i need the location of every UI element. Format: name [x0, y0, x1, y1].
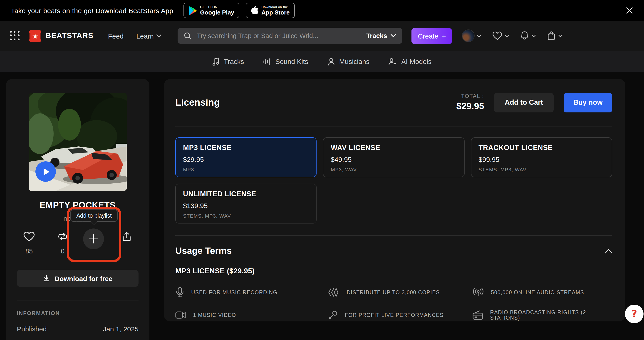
track-title: EMPTY POCKETS	[6, 200, 150, 210]
share-icon	[121, 231, 132, 242]
top-nav: Feed Learn	[108, 32, 162, 40]
license-card-mp3[interactable]: MP3 LICENSE $29.95 MP3	[175, 137, 317, 177]
license-name: WAV LICENSE	[331, 144, 457, 152]
term-item: 500,000 ONLINE AUDIO STREAMS	[472, 287, 612, 298]
app-store-line1: Download on the	[261, 5, 290, 9]
page: Take your beats on the go! Download Beat…	[0, 0, 644, 340]
licensing-title: Licensing	[175, 97, 220, 108]
heart-icon	[492, 31, 502, 40]
app-store-line2: App Store	[261, 9, 290, 15]
apple-icon	[250, 6, 258, 15]
chevron-down-icon	[477, 34, 482, 37]
licensing-panel: Licensing TOTAL : $29.95 Add to Cart Buy…	[164, 79, 626, 322]
question-mark-icon: ?	[631, 308, 637, 320]
usage-terms-title: Usage Terms	[175, 246, 232, 256]
license-formats: MP3, WAV	[331, 167, 457, 172]
chevron-down-icon	[532, 34, 536, 37]
plus-icon: +	[442, 32, 446, 40]
published-label: Published	[17, 325, 47, 333]
license-card-trackout[interactable]: TRACKOUT LICENSE $99.95 STEMS, MP3, WAV	[471, 137, 612, 177]
add-to-playlist-tooltip: Add to playlist	[70, 209, 118, 222]
download-icon	[43, 275, 50, 282]
download-for-free-button[interactable]: Download for free	[17, 270, 138, 287]
search-category-dropdown[interactable]: Tracks	[366, 32, 396, 39]
banner-message: Take your beats on the go! Download Beat…	[11, 6, 173, 14]
buy-now-button[interactable]: Buy now	[564, 93, 612, 112]
chevron-down-icon	[156, 34, 162, 37]
usage-terms-header[interactable]: Usage Terms	[175, 246, 612, 256]
plus-icon	[88, 233, 99, 244]
subnav-ai-models[interactable]: AI Models	[388, 57, 432, 65]
term-item: 1 MUSIC VIDEO	[175, 310, 324, 321]
information-label: INFORMATION	[17, 310, 60, 317]
live-mic-icon	[328, 310, 338, 320]
google-play-line1: GET IT ON	[200, 5, 234, 9]
apps-grid-icon[interactable]	[10, 31, 20, 41]
tooltip-label: Add to playlist	[76, 212, 112, 219]
download-for-free-label: Download for free	[54, 275, 112, 282]
subnav-musicians-label: Musicians	[339, 58, 370, 65]
banner-close-icon[interactable]	[625, 6, 634, 15]
add-to-cart-button[interactable]: Add to Cart	[494, 93, 554, 112]
avatar	[462, 29, 475, 42]
video-camera-icon	[175, 311, 186, 320]
person-icon	[328, 57, 335, 65]
shopping-bag-icon	[547, 31, 556, 41]
help-button[interactable]: ?	[625, 305, 644, 323]
waveform-icon	[263, 57, 271, 65]
music-note-icon	[212, 57, 220, 65]
create-button[interactable]: Create +	[412, 28, 452, 44]
search-icon	[184, 32, 192, 40]
term-label: DISTRIBUTE UP TO 3,000 COPIES	[347, 290, 440, 295]
subnav-sound-kits[interactable]: Sound Kits	[263, 57, 308, 65]
license-card-wav[interactable]: WAV LICENSE $49.95 MP3, WAV	[323, 137, 464, 177]
app-store-badge[interactable]: Download on the App Store	[246, 3, 294, 18]
subnav-tracks[interactable]: Tracks	[212, 57, 244, 65]
license-price: $49.95	[331, 156, 457, 163]
favorites-menu[interactable]	[492, 31, 509, 40]
bell-icon	[520, 31, 529, 41]
license-formats: STEMS, MP3, WAV	[183, 213, 309, 218]
published-row: Published Jan 1, 2025	[17, 325, 138, 333]
google-play-line2: Google Play	[200, 9, 234, 15]
chevron-down-icon	[391, 34, 396, 38]
licensing-header: Licensing TOTAL : $29.95 Add to Cart Buy…	[175, 79, 612, 126]
chevron-up-icon[interactable]	[605, 249, 612, 253]
subnav-musicians[interactable]: Musicians	[328, 57, 370, 65]
cart-menu[interactable]	[547, 31, 563, 41]
nav-learn[interactable]: Learn	[136, 32, 162, 40]
usage-terms-grid: USED FOR MUSIC RECORDING DISTRIBUTE UP T…	[175, 287, 612, 321]
person-sparkle-icon	[388, 57, 397, 65]
account-menu[interactable]	[462, 29, 482, 42]
nav-feed-label: Feed	[108, 32, 124, 40]
nav-learn-label: Learn	[136, 32, 154, 40]
distribute-icon	[328, 287, 340, 297]
like-action[interactable]: 85	[23, 231, 35, 255]
notifications-menu[interactable]	[520, 31, 536, 41]
like-count: 85	[26, 248, 33, 255]
divider	[175, 126, 612, 127]
term-label: USED FOR MUSIC RECORDING	[191, 290, 278, 295]
license-card-unlimited[interactable]: UNLIMITED LICENSE $139.95 STEMS, MP3, WA…	[175, 183, 317, 223]
license-name: MP3 LICENSE	[183, 144, 309, 152]
heart-icon	[23, 231, 35, 242]
license-formats: STEMS, MP3, WAV	[478, 167, 604, 172]
share-action[interactable]	[121, 231, 132, 242]
play-button[interactable]	[36, 161, 56, 182]
repost-icon	[57, 231, 68, 242]
google-play-badge[interactable]: GET IT ON Google Play	[183, 3, 239, 18]
track-actions: 85 0	[6, 228, 150, 265]
search-input[interactable]	[196, 32, 366, 40]
term-item: USED FOR MUSIC RECORDING	[175, 287, 324, 298]
chevron-down-icon	[505, 34, 509, 37]
term-label: RADIO BROADCASTING RIGHTS (2 STATIONS)	[490, 310, 612, 321]
beatstars-logo[interactable]: ★ BEATSTARS	[29, 30, 94, 42]
add-to-playlist-button[interactable]	[83, 228, 104, 249]
search-bar: Tracks	[178, 28, 402, 44]
create-button-label: Create	[418, 32, 438, 40]
license-price: $139.95	[183, 202, 309, 209]
radio-icon	[472, 310, 483, 320]
repost-action[interactable]: 0	[57, 231, 68, 255]
license-price: $29.95	[183, 156, 309, 163]
nav-feed[interactable]: Feed	[108, 32, 124, 40]
